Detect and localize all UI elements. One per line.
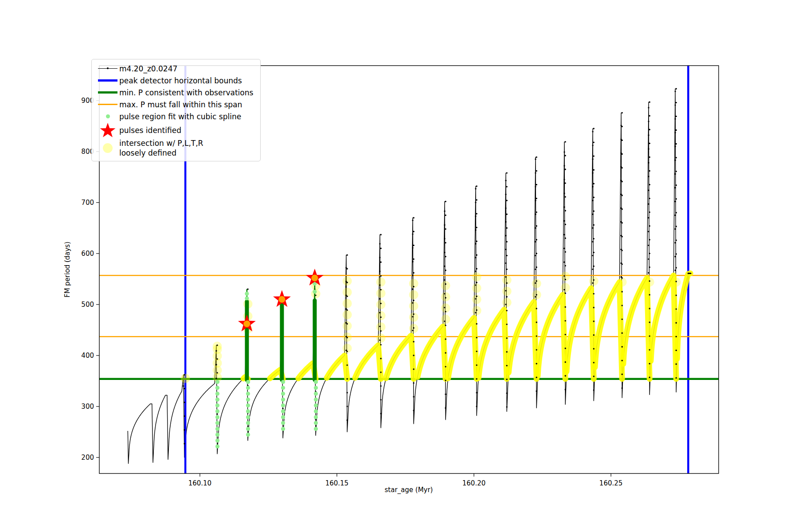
legend-label: m4.20_z0.0247 bbox=[119, 64, 177, 74]
legend-entry-pulses: pulses identified bbox=[96, 122, 253, 138]
svg-text:160.20: 160.20 bbox=[462, 479, 486, 487]
green-line-icon bbox=[96, 91, 119, 94]
svg-text:700: 700 bbox=[81, 199, 94, 207]
legend-label: pulse region fit with cubic spline bbox=[119, 112, 241, 121]
svg-text:300: 300 bbox=[81, 403, 94, 411]
series-line-icon bbox=[96, 68, 119, 69]
legend-entry-intersection: intersection w/ P,L,T,R loosely defined bbox=[96, 138, 253, 158]
legend-entry-peak-bounds: peak detector horizontal bounds bbox=[96, 74, 253, 86]
svg-text:400: 400 bbox=[81, 352, 94, 360]
legend-label: pulses identified bbox=[119, 125, 181, 135]
legend: m4.20_z0.0247 peak detector horizontal b… bbox=[91, 59, 261, 161]
legend-label: max. P must fall within this span bbox=[119, 100, 242, 110]
legend-entry-spline: pulse region fit with cubic spline bbox=[96, 110, 253, 122]
lightgreen-dot-icon bbox=[96, 114, 119, 118]
svg-text:500: 500 bbox=[81, 301, 94, 309]
legend-entry-min-p: min. P consistent with observations bbox=[96, 86, 253, 98]
x-axis-label: star_age (Myr) bbox=[385, 486, 433, 494]
legend-entry-max-p: max. P must fall within this span bbox=[96, 98, 253, 110]
legend-label: intersection w/ P,L,T,R loosely defined bbox=[119, 138, 203, 158]
svg-text:160.25: 160.25 bbox=[599, 479, 623, 487]
legend-label: peak detector horizontal bounds bbox=[119, 76, 242, 86]
y-axis-label: FM period (days) bbox=[63, 242, 71, 297]
svg-text:160.10: 160.10 bbox=[188, 479, 212, 487]
legend-label: min. P consistent with observations bbox=[119, 88, 253, 98]
orange-line-icon bbox=[96, 104, 119, 105]
svg-text:600: 600 bbox=[81, 250, 94, 258]
figure: 160.10160.15160.20160.252003004005006007… bbox=[0, 0, 798, 532]
svg-text:160.15: 160.15 bbox=[325, 479, 349, 487]
red-star-icon bbox=[96, 122, 119, 138]
legend-entry-series: m4.20_z0.0247 bbox=[96, 63, 253, 74]
faint-yellow-circle-icon bbox=[96, 143, 119, 153]
blue-line-icon bbox=[96, 79, 119, 82]
svg-text:200: 200 bbox=[81, 454, 94, 462]
